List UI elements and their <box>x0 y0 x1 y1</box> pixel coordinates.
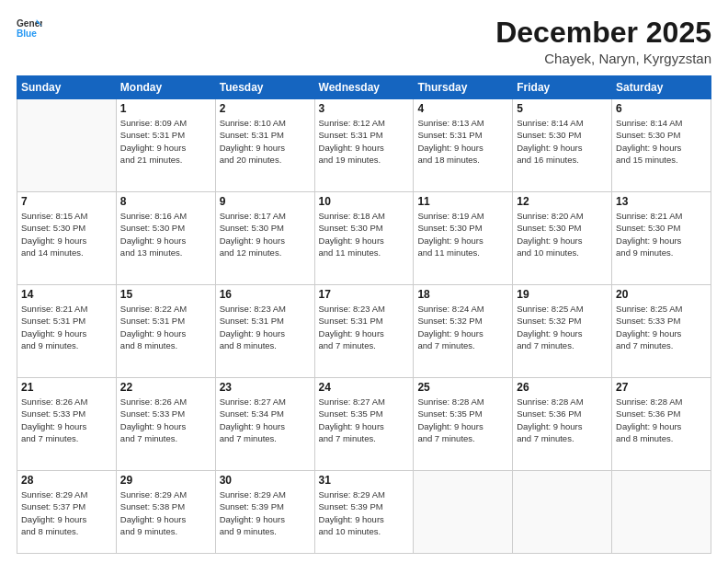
header-sunday: Sunday <box>17 76 117 99</box>
day-number: 22 <box>120 381 211 394</box>
day-number: 16 <box>220 288 311 301</box>
table-row: 25Sunrise: 8:28 AMSunset: 5:35 PMDayligh… <box>414 378 513 471</box>
logo-icon: General Blue <box>17 17 42 42</box>
day-info: Sunrise: 8:19 AMSunset: 5:30 PMDaylight:… <box>417 210 508 259</box>
table-row: 3Sunrise: 8:12 AMSunset: 5:31 PMDaylight… <box>314 99 414 192</box>
table-row <box>612 471 711 554</box>
day-number: 9 <box>220 195 311 208</box>
table-row: 31Sunrise: 8:29 AMSunset: 5:39 PMDayligh… <box>314 471 414 554</box>
day-number: 15 <box>120 288 211 301</box>
table-row: 30Sunrise: 8:29 AMSunset: 5:39 PMDayligh… <box>215 471 314 554</box>
day-number: 20 <box>616 288 707 301</box>
day-number: 28 <box>21 474 112 487</box>
day-info: Sunrise: 8:12 AMSunset: 5:31 PMDaylight:… <box>319 117 410 166</box>
table-row: 5Sunrise: 8:14 AMSunset: 5:30 PMDaylight… <box>513 99 612 192</box>
day-info: Sunrise: 8:21 AMSunset: 5:30 PMDaylight:… <box>616 210 707 259</box>
day-info: Sunrise: 8:23 AMSunset: 5:31 PMDaylight:… <box>220 303 311 351</box>
table-row: 4Sunrise: 8:13 AMSunset: 5:31 PMDaylight… <box>414 99 513 192</box>
table-row: 1Sunrise: 8:09 AMSunset: 5:31 PMDaylight… <box>116 99 215 192</box>
table-row: 18Sunrise: 8:24 AMSunset: 5:32 PMDayligh… <box>414 285 513 378</box>
table-row: 19Sunrise: 8:25 AMSunset: 5:32 PMDayligh… <box>513 285 612 378</box>
day-number: 25 <box>417 381 508 394</box>
day-info: Sunrise: 8:09 AMSunset: 5:31 PMDaylight:… <box>120 117 211 166</box>
day-info: Sunrise: 8:24 AMSunset: 5:32 PMDaylight:… <box>417 303 508 351</box>
day-number: 29 <box>120 474 211 487</box>
day-number: 2 <box>220 102 311 115</box>
table-row: 13Sunrise: 8:21 AMSunset: 5:30 PMDayligh… <box>612 192 711 285</box>
day-info: Sunrise: 8:27 AMSunset: 5:35 PMDaylight:… <box>319 396 410 444</box>
table-row: 10Sunrise: 8:18 AMSunset: 5:30 PMDayligh… <box>314 192 414 285</box>
day-number: 23 <box>220 381 311 394</box>
calendar-table: Sunday Monday Tuesday Wednesday Thursday… <box>17 75 711 554</box>
table-row: 8Sunrise: 8:16 AMSunset: 5:30 PMDaylight… <box>116 192 215 285</box>
day-number: 21 <box>21 381 112 394</box>
header: General Blue December 2025 Chayek, Naryn… <box>17 17 711 66</box>
day-number: 19 <box>517 288 608 301</box>
day-number: 26 <box>517 381 608 394</box>
header-saturday: Saturday <box>612 76 711 99</box>
day-info: Sunrise: 8:26 AMSunset: 5:33 PMDaylight:… <box>120 396 211 444</box>
day-info: Sunrise: 8:29 AMSunset: 5:38 PMDaylight:… <box>120 488 211 537</box>
header-tuesday: Tuesday <box>215 76 314 99</box>
table-row: 21Sunrise: 8:26 AMSunset: 5:33 PMDayligh… <box>17 378 117 471</box>
header-monday: Monday <box>116 76 215 99</box>
header-thursday: Thursday <box>414 76 513 99</box>
header-friday: Friday <box>513 76 612 99</box>
table-row: 2Sunrise: 8:10 AMSunset: 5:31 PMDaylight… <box>215 99 314 192</box>
day-number: 17 <box>319 288 410 301</box>
day-number: 8 <box>120 195 211 208</box>
day-number: 6 <box>616 102 707 115</box>
day-info: Sunrise: 8:14 AMSunset: 5:30 PMDaylight:… <box>517 117 608 166</box>
day-number: 14 <box>21 288 112 301</box>
day-info: Sunrise: 8:26 AMSunset: 5:33 PMDaylight:… <box>21 396 112 444</box>
location-title: Chayek, Naryn, Kyrgyzstan <box>495 51 711 66</box>
day-number: 5 <box>517 102 608 115</box>
day-number: 4 <box>417 102 508 115</box>
day-number: 10 <box>319 195 410 208</box>
day-info: Sunrise: 8:17 AMSunset: 5:30 PMDaylight:… <box>220 210 311 259</box>
day-info: Sunrise: 8:20 AMSunset: 5:30 PMDaylight:… <box>517 210 608 259</box>
table-row: 12Sunrise: 8:20 AMSunset: 5:30 PMDayligh… <box>513 192 612 285</box>
table-row: 17Sunrise: 8:23 AMSunset: 5:31 PMDayligh… <box>314 285 414 378</box>
title-block: December 2025 Chayek, Naryn, Kyrgyzstan <box>495 17 711 66</box>
day-info: Sunrise: 8:23 AMSunset: 5:31 PMDaylight:… <box>319 303 410 351</box>
month-title: December 2025 <box>495 17 711 49</box>
table-row: 9Sunrise: 8:17 AMSunset: 5:30 PMDaylight… <box>215 192 314 285</box>
day-info: Sunrise: 8:28 AMSunset: 5:35 PMDaylight:… <box>417 396 508 444</box>
day-info: Sunrise: 8:29 AMSunset: 5:39 PMDaylight:… <box>220 488 311 537</box>
day-info: Sunrise: 8:25 AMSunset: 5:33 PMDaylight:… <box>616 303 707 351</box>
day-info: Sunrise: 8:22 AMSunset: 5:31 PMDaylight:… <box>120 303 211 351</box>
table-row: 29Sunrise: 8:29 AMSunset: 5:38 PMDayligh… <box>116 471 215 554</box>
logo: General Blue <box>17 17 42 42</box>
table-row: 28Sunrise: 8:29 AMSunset: 5:37 PMDayligh… <box>17 471 117 554</box>
day-info: Sunrise: 8:10 AMSunset: 5:31 PMDaylight:… <box>220 117 311 166</box>
day-info: Sunrise: 8:27 AMSunset: 5:34 PMDaylight:… <box>220 396 311 444</box>
day-number: 27 <box>616 381 707 394</box>
table-row: 7Sunrise: 8:15 AMSunset: 5:30 PMDaylight… <box>17 192 117 285</box>
page: General Blue December 2025 Chayek, Naryn… <box>0 0 728 563</box>
day-info: Sunrise: 8:21 AMSunset: 5:31 PMDaylight:… <box>21 303 112 351</box>
day-info: Sunrise: 8:16 AMSunset: 5:30 PMDaylight:… <box>120 210 211 259</box>
day-number: 3 <box>319 102 410 115</box>
day-info: Sunrise: 8:25 AMSunset: 5:32 PMDaylight:… <box>517 303 608 351</box>
table-row <box>414 471 513 554</box>
table-row: 11Sunrise: 8:19 AMSunset: 5:30 PMDayligh… <box>414 192 513 285</box>
day-number: 7 <box>21 195 112 208</box>
table-row: 15Sunrise: 8:22 AMSunset: 5:31 PMDayligh… <box>116 285 215 378</box>
weekday-header-row: Sunday Monday Tuesday Wednesday Thursday… <box>17 76 711 99</box>
table-row: 14Sunrise: 8:21 AMSunset: 5:31 PMDayligh… <box>17 285 117 378</box>
table-row <box>513 471 612 554</box>
table-row: 6Sunrise: 8:14 AMSunset: 5:30 PMDaylight… <box>612 99 711 192</box>
table-row <box>17 99 117 192</box>
day-number: 30 <box>220 474 311 487</box>
day-number: 12 <box>517 195 608 208</box>
day-info: Sunrise: 8:13 AMSunset: 5:31 PMDaylight:… <box>417 117 508 166</box>
table-row: 23Sunrise: 8:27 AMSunset: 5:34 PMDayligh… <box>215 378 314 471</box>
day-number: 18 <box>417 288 508 301</box>
day-number: 24 <box>319 381 410 394</box>
svg-text:Blue: Blue <box>17 29 37 39</box>
day-info: Sunrise: 8:29 AMSunset: 5:37 PMDaylight:… <box>21 488 112 537</box>
day-number: 31 <box>319 474 410 487</box>
table-row: 24Sunrise: 8:27 AMSunset: 5:35 PMDayligh… <box>314 378 414 471</box>
day-info: Sunrise: 8:28 AMSunset: 5:36 PMDaylight:… <box>517 396 608 444</box>
